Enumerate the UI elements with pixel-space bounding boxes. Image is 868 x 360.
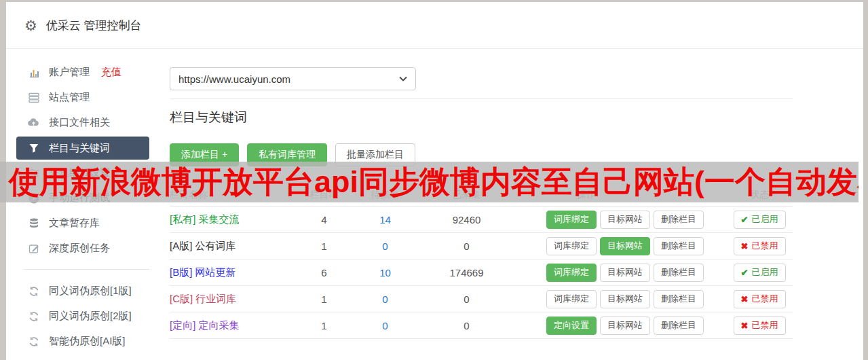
thesaurus-bind-button[interactable]: 词库绑定 — [546, 237, 597, 255]
sidebar-item-label: 站点管理 — [49, 91, 90, 104]
collected-count: 0 — [417, 293, 516, 305]
button-label: 删除栏目 — [661, 213, 696, 226]
pending-count-link[interactable]: 0 — [353, 320, 417, 331]
server-icon — [27, 91, 40, 104]
target-site-button[interactable]: 目标网站 — [600, 317, 650, 335]
sidebar-item-article-cache[interactable]: 文章暂存库 — [6, 211, 170, 236]
button-label: 添加栏目 + — [181, 149, 227, 161]
button-label: 删除栏目 — [661, 240, 696, 252]
button-label: 删除栏目 — [661, 319, 696, 331]
edit-icon — [27, 242, 40, 255]
column-name-link[interactable]: [私有] 采集交流 — [170, 213, 295, 226]
button-label: 目标网站 — [607, 319, 643, 331]
target-site-button[interactable]: 目标网站 — [600, 264, 650, 282]
cloud-upload-icon — [27, 116, 40, 129]
table-row: [A版] 公有词库 1 0 0 词库绑定 目标网站 删除栏目 已禁用 — [170, 233, 793, 259]
thesaurus-bind-button[interactable]: 词库绑定 — [546, 264, 597, 282]
sidebar-item-interface-files[interactable]: 接口文件相关 — [6, 110, 170, 135]
pending-count-link[interactable]: 14 — [353, 214, 417, 226]
gear-icon: ⚙ — [24, 18, 37, 33]
status-label: 已禁用 — [751, 293, 778, 305]
sidebar-item-synonym-v2[interactable]: 同义词伪原创[2版] — [6, 304, 170, 329]
site-select[interactable]: https://www.ucaiyun.com — [170, 67, 416, 90]
delete-column-button[interactable]: 删除栏目 — [654, 317, 704, 335]
button-label: 目标网站 — [607, 213, 643, 226]
column-id: 6 — [295, 267, 353, 278]
sidebar-item-label: 智能伪原创[AI版] — [49, 335, 126, 348]
column-name-link[interactable]: [C版] 行业词库 — [170, 293, 295, 306]
collected-count: 0 — [417, 320, 516, 331]
bar-chart-icon — [27, 66, 40, 79]
thesaurus-bind-button[interactable]: 词库绑定 — [546, 290, 597, 308]
collected-count: 0 — [417, 240, 516, 252]
column-name-link[interactable]: [定向] 定向采集 — [170, 319, 295, 332]
column-name-link[interactable]: [B版] 网站更新 — [170, 266, 295, 279]
sidebar-item-label: 同义词伪原创[1版] — [49, 285, 132, 298]
funnel-icon — [27, 142, 40, 155]
column-id: 1 — [295, 293, 353, 305]
sidebar-item-label: 文章暂存库 — [49, 217, 100, 230]
refresh-icon — [27, 285, 40, 298]
sidebar: 账户管理 充值 站点管理 接口文件相关 栏目与关键词 — [6, 49, 170, 359]
directional-settings-button[interactable]: 定向设置 — [546, 317, 597, 335]
delete-column-button[interactable]: 删除栏目 — [654, 264, 704, 282]
status-toggle-button[interactable]: 已禁用 — [734, 290, 786, 308]
site-select-value: https://www.ucaiyun.com — [178, 73, 290, 85]
target-site-button[interactable]: 目标网站 — [600, 237, 650, 255]
sidebar-item-account[interactable]: 账户管理 充值 — [6, 60, 170, 85]
button-label: 目标网站 — [607, 293, 643, 305]
pending-count-link[interactable]: 10 — [353, 267, 417, 278]
sidebar-item-uwriter[interactable]: UWriter深度原创 — [6, 354, 170, 360]
sidebar-item-label: 接口文件相关 — [49, 116, 110, 129]
button-label: 词库绑定 — [554, 213, 589, 226]
columns-table: 栏目名称 栏目ID 待抓取 已采集 操作 状态 [私有] 采集交流 4 14 9… — [170, 184, 793, 339]
status-label: 已禁用 — [751, 319, 778, 331]
status-label: 已启用 — [751, 213, 778, 226]
chevron-down-icon — [399, 76, 407, 82]
sidebar-item-label: 同义词伪原创[2版] — [49, 310, 132, 323]
button-label: 删除栏目 — [661, 266, 696, 278]
column-name-link[interactable]: [A版] 公有词库 — [170, 240, 295, 253]
status-toggle-button[interactable]: 已禁用 — [734, 317, 786, 335]
sidebar-item-sites[interactable]: 站点管理 — [6, 85, 170, 110]
sidebar-item-synonym-v1[interactable]: 同义词伪原创[1版] — [6, 278, 170, 304]
column-id: 1 — [295, 320, 353, 331]
delete-column-button[interactable]: 删除栏目 — [654, 211, 704, 229]
thesaurus-bind-button[interactable]: 词库绑定 — [546, 211, 597, 229]
page-title: 栏目与关键词 — [170, 109, 793, 126]
database-icon — [27, 217, 40, 230]
app-header: ⚙ 优采云 管理控制台 — [6, 2, 863, 49]
collected-count: 92460 — [417, 214, 516, 226]
recharge-badge[interactable]: 充值 — [101, 66, 121, 79]
main-content: https://www.ucaiyun.com 栏目与关键词 添加栏目 + 私有… — [170, 49, 793, 359]
sidebar-item-ai-rewrite[interactable]: 智能伪原创[AI版] — [6, 329, 170, 354]
sidebar-divider — [24, 269, 149, 270]
sidebar-item-columns-keywords[interactable]: 栏目与关键词 — [16, 137, 149, 160]
delete-column-button[interactable]: 删除栏目 — [654, 237, 704, 255]
pending-count-link[interactable]: 0 — [353, 293, 417, 305]
status-icon — [741, 241, 749, 251]
status-toggle-button[interactable]: 已禁用 — [734, 237, 786, 255]
status-icon — [741, 268, 749, 278]
app-window: ⚙ 优采云 管理控制台 账户管理 充值 站点管理 — [6, 2, 863, 360]
table-row: [C版] 行业词库 1 0 0 词库绑定 目标网站 删除栏目 已禁用 — [170, 286, 793, 312]
table-row: [B版] 网站更新 6 10 174669 词库绑定 目标网站 删除栏目 已启用 — [170, 259, 793, 286]
column-id: 1 — [295, 240, 353, 252]
status-toggle-button[interactable]: 已启用 — [734, 211, 786, 229]
delete-column-button[interactable]: 删除栏目 — [654, 290, 704, 308]
sidebar-item-label: 账户管理 — [49, 66, 90, 79]
button-label: 词库绑定 — [554, 266, 589, 278]
status-toggle-button[interactable]: 已启用 — [734, 264, 786, 282]
button-label: 词库绑定 — [554, 240, 589, 252]
button-label: 目标网站 — [607, 266, 643, 278]
target-site-button[interactable]: 目标网站 — [600, 211, 650, 229]
status-icon — [741, 215, 749, 225]
button-label: 私有词库管理 — [259, 149, 316, 161]
sidebar-item-deep-original[interactable]: 深度原创任务 — [6, 236, 170, 261]
collected-count: 174669 — [417, 267, 516, 278]
watermark-text: 使用新浪微博开放平台api同步微博内容至自己网站(一个自动发布 — [0, 166, 858, 198]
pending-count-link[interactable]: 0 — [353, 240, 417, 252]
target-site-button[interactable]: 目标网站 — [600, 290, 650, 308]
status-label: 已启用 — [751, 266, 778, 278]
button-label: 目标网站 — [607, 240, 643, 252]
